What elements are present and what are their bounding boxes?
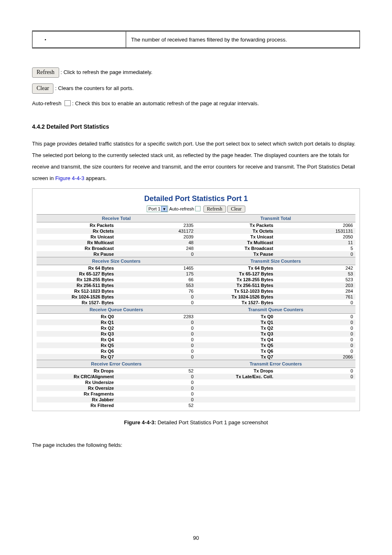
tx-label: Tx Unicast [196, 234, 276, 240]
tx-value: 203 [276, 282, 355, 288]
rx-label: Rx 128-255 Bytes [37, 277, 116, 282]
tx-label: Tx Q2 [196, 325, 276, 331]
tx-label: Tx Drops [196, 368, 276, 374]
rx-value: 2335 [116, 222, 196, 229]
rx-label: Rx 256-511 Bytes [37, 282, 116, 288]
refresh-button[interactable]: Refresh [32, 67, 59, 78]
rx-label: Rx Pause [37, 251, 116, 257]
table-row: Rx Q40Tx Q40 [37, 337, 355, 342]
rx-label: Rx 65-127 Bytes [37, 271, 116, 277]
rx-value: 66 [116, 277, 196, 282]
tx-value: 0 [276, 342, 355, 348]
statistics-screenshot: Detailed Port Statistics Port 1 Port 1▾ … [32, 188, 360, 411]
table-row: Rx Packets2335Tx Packets2066 [37, 222, 355, 229]
table-row: Rx Filtered52 [37, 402, 355, 408]
tx-value: 0 [276, 300, 355, 306]
tx-label: Tx Q5 [196, 342, 276, 348]
group-header: Transmit Queue Counters [196, 306, 355, 314]
table-row: Rx 256-511 Bytes553Tx 256-511 Bytes203 [37, 282, 355, 288]
rx-label: Rx Multicast [37, 240, 116, 245]
rx-label: Rx Q3 [37, 331, 116, 337]
tx-value: 761 [276, 294, 355, 300]
table-row: Rx Broadcast248Tx Broadcast5 [37, 245, 355, 251]
rx-value: 0 [116, 319, 196, 325]
page-number: 90 [0, 535, 392, 541]
rx-label: Rx Q2 [37, 325, 116, 331]
table-row: Rx Multicast48Tx Multicast11 [37, 240, 355, 245]
tx-label: Tx Q3 [196, 331, 276, 337]
panel-title: Detailed Port Statistics Port 1 [37, 194, 355, 203]
table-row: Rx Q10Tx Q10 [37, 319, 355, 325]
rx-value: 76 [116, 288, 196, 294]
rx-value: 0 [116, 348, 196, 354]
rx-label: Rx Q4 [37, 337, 116, 342]
refresh-mini-button[interactable]: Refresh [203, 206, 226, 213]
rx-label: Rx 1527- Bytes [37, 300, 116, 306]
clear-button[interactable]: Clear [32, 83, 53, 94]
table-row: Rx Q30Tx Q30 [37, 331, 355, 337]
autorefresh-checkbox[interactable] [65, 100, 71, 106]
figure-link[interactable]: Figure 4-4-3 [55, 175, 84, 181]
rx-value: 248 [116, 245, 196, 251]
tx-value: 0 [276, 251, 355, 257]
rx-value: 0 [116, 325, 196, 331]
rx-value: 0 [116, 342, 196, 348]
section-paragraph: This page provides detailed traffic stat… [32, 138, 360, 184]
table-row: Rx 65-127 Bytes175Tx 65-127 Bytes53 [37, 271, 355, 277]
group-header: Receive Size Counters [37, 257, 196, 265]
group-header: Receive Total [37, 215, 196, 222]
rx-value: 0 [116, 385, 196, 391]
rx-value: 0 [116, 391, 196, 397]
tx-value: 284 [276, 288, 355, 294]
table-row: Rx Q50Tx Q50 [37, 342, 355, 348]
tx-label: Tx Q4 [196, 337, 276, 342]
rx-value: 52 [116, 368, 196, 374]
tx-label: Tx 65-127 Bytes [196, 271, 276, 277]
rx-value: 0 [116, 251, 196, 257]
rx-label: Rx Packets [37, 222, 116, 229]
clear-mini-button[interactable]: Clear [227, 206, 245, 213]
table-row: Rx 512-1023 Bytes76Tx 512-1023 Bytes284 [37, 288, 355, 294]
section-heading: 4.4.2 Detailed Port Statistics [32, 123, 360, 130]
table-row: Rx Fragments0 [37, 391, 355, 397]
tx-label: Tx Late/Exc. Coll. [196, 374, 276, 379]
rx-label: Rx CRC/Alignment [37, 374, 116, 379]
autorefresh-desc: : Check this box to enable an automatic … [72, 100, 259, 106]
table-row: Rx Drops52Tx Drops0 [37, 368, 355, 374]
stats-table: Receive TotalTransmit TotalRx Packets233… [37, 214, 355, 408]
tx-value: 0 [276, 331, 355, 337]
table-row: Rx 1527- Bytes0Tx 1527- Bytes0 [37, 300, 355, 306]
tx-label: Tx 512-1023 Bytes [196, 288, 276, 294]
table-row: Rx Q20Tx Q20 [37, 325, 355, 331]
table-row: Rx 64 Bytes1465Tx 64 Bytes242 [37, 265, 355, 271]
port-select[interactable]: Port 1▾ [147, 206, 168, 212]
rx-value: 1465 [116, 265, 196, 271]
tx-label: Tx Packets [196, 222, 276, 229]
rx-label: Rx Fragments [37, 391, 116, 397]
group-header: Transmit Size Counters [196, 257, 355, 265]
rx-label: Rx 512-1023 Bytes [37, 288, 116, 294]
definition-text: The number of received frames filtered b… [126, 37, 360, 43]
tx-value: 0 [276, 319, 355, 325]
tx-label [196, 385, 276, 391]
tx-label: Tx Pause [196, 251, 276, 257]
table-row: Rx 1024-1526 Bytes0Tx 1024-1526 Bytes761 [37, 294, 355, 300]
refresh-desc: : Click to refresh the page immediately. [60, 69, 152, 75]
table-row: Rx Octets431172Tx Octets1531131 [37, 228, 355, 234]
rx-label: Rx Filtered [37, 402, 116, 408]
table-row: Rx Unicast2039Tx Unicast2050 [37, 234, 355, 240]
figure-caption: Figure 4-4-3: Detailed Port Statistics P… [32, 419, 360, 426]
rx-value: 2283 [116, 314, 196, 320]
rx-value: 431172 [116, 228, 196, 234]
tx-label: Tx Q1 [196, 319, 276, 325]
tx-value [276, 391, 355, 397]
rx-label: Rx Q6 [37, 348, 116, 354]
rx-label: Rx Q5 [37, 342, 116, 348]
rx-value: 52 [116, 402, 196, 408]
rx-label: Rx Q0 [37, 314, 116, 320]
tx-value: 2066 [276, 222, 355, 229]
rx-value: 0 [116, 337, 196, 342]
rx-value: 2039 [116, 234, 196, 240]
autorefresh-mini-label: Auto-refresh [169, 206, 194, 211]
autorefresh-mini-checkbox[interactable] [195, 206, 201, 211]
